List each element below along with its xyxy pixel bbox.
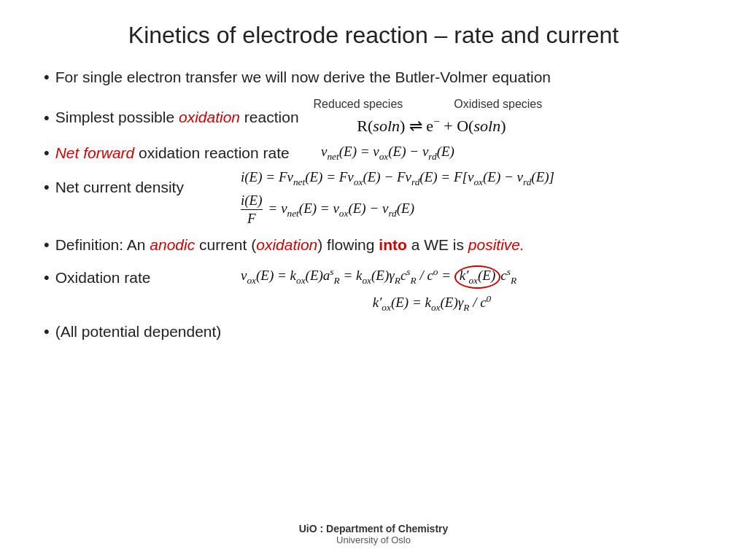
department-label: Department of Chemistry bbox=[326, 523, 448, 534]
bullet-5-marker: • bbox=[44, 236, 50, 254]
uio-label: UiO bbox=[299, 523, 317, 534]
current-eq-1: i(E) = Fvnet(E) = Fvox(E) − Fvrd(E) = F[… bbox=[241, 169, 554, 188]
positive-text: positive. bbox=[468, 236, 525, 253]
slide: Kinetics of electrode reaction – rate an… bbox=[0, 0, 747, 560]
bullet-7-row: • (All potential dependent) bbox=[44, 321, 703, 342]
bullet-1-row: • For single electron transfer we will n… bbox=[44, 66, 703, 88]
bullet-7-text: (All potential dependent) bbox=[55, 321, 222, 342]
reduced-species-label: Reduced species bbox=[314, 98, 403, 111]
bullet-7-marker: • bbox=[44, 322, 50, 341]
k-prime-row: k′ox(E) = kox(E)γR / c0 bbox=[44, 293, 703, 314]
bullet-1-text: For single electron transfer we will now… bbox=[55, 66, 551, 88]
anodic-highlight: anodic bbox=[150, 236, 195, 253]
current-eq-2: i(E) F = vnet(E) = vox(E) − vrd(E) bbox=[241, 192, 554, 227]
bullet-5-row: • Definition: An anodic current (oxidati… bbox=[44, 234, 703, 255]
footer: UiO : Department of Chemistry University… bbox=[44, 517, 703, 545]
footer-university: University of Oslo bbox=[44, 534, 703, 545]
footer-brand: UiO : Department of Chemistry bbox=[44, 523, 703, 534]
bullet-4-text: Net current density bbox=[55, 176, 184, 198]
bullet-2-marker: • bbox=[44, 109, 50, 128]
into-text: into bbox=[379, 236, 406, 253]
net-forward-highlight: Net forward bbox=[55, 144, 135, 161]
bullet-6-text: Oxidation rate bbox=[55, 267, 151, 288]
oxidation-highlight: oxidation bbox=[179, 109, 240, 125]
bullet-3-text: Net forward oxidation reaction rate bbox=[55, 142, 290, 163]
oxidised-species-label: Oxidised species bbox=[454, 98, 542, 111]
k-prime-equation: k′ox(E) = kox(E)γR / c0 bbox=[373, 293, 492, 314]
bullet-1-marker: • bbox=[44, 68, 50, 87]
footer-separator: : bbox=[317, 523, 326, 534]
slide-title: Kinetics of electrode reaction – rate an… bbox=[44, 22, 703, 49]
bullet-3-marker: • bbox=[44, 144, 50, 163]
oxidation-rate-equation: vox(E) = kox(E)asR = kox(E)γRcsR / co = … bbox=[241, 265, 516, 289]
bullet-4-marker: • bbox=[44, 178, 50, 197]
bullet-5-text: Definition: An anodic current (oxidation… bbox=[55, 234, 525, 255]
content-area: • For single electron transfer we will n… bbox=[44, 66, 703, 517]
bullet-2-text: Simplest possible oxidation reaction bbox=[55, 106, 299, 128]
net-rate-equation: vnet(E) = vox(E) − vrd(E) bbox=[321, 144, 454, 159]
reaction-equation: R(soln) ⇌ e− + O(soln) bbox=[357, 115, 506, 136]
oxidation2-highlight: oxidation bbox=[256, 236, 317, 253]
bullet-6-marker: • bbox=[44, 268, 50, 287]
